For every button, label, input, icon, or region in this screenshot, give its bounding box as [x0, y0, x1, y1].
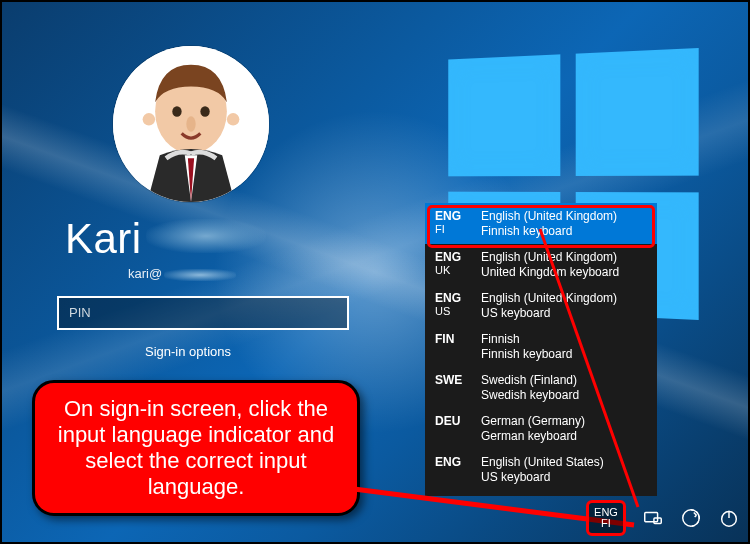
redaction-smudge — [146, 219, 266, 253]
ease-of-access-icon[interactable] — [680, 507, 702, 529]
svg-point-2 — [172, 106, 181, 117]
user-email: kari@ — [128, 266, 236, 281]
language-indicator-sub: FI — [601, 518, 611, 529]
pin-input[interactable]: PIN — [57, 296, 349, 330]
user-name-text: Kari — [65, 215, 142, 262]
signin-options-link[interactable]: Sign-in options — [145, 344, 231, 359]
language-menu-item[interactable]: ENG English (United States)US keyboard — [425, 449, 657, 490]
avatar — [113, 46, 269, 202]
network-icon[interactable] — [642, 507, 664, 529]
language-menu-item[interactable]: SWE Swedish (Finland)Swedish keyboard — [425, 367, 657, 408]
svg-point-4 — [186, 116, 195, 132]
language-menu-item[interactable]: ENGFI English (United Kingdom)Finnish ke… — [425, 203, 657, 244]
language-menu-item[interactable]: FIN FinnishFinnish keyboard — [425, 326, 657, 367]
svg-point-5 — [143, 113, 155, 125]
lock-screen: Kari kari@ PIN Sign-in options ENGFI Eng… — [0, 0, 750, 544]
pin-placeholder: PIN — [69, 305, 91, 320]
user-display-name: Kari — [65, 215, 266, 263]
annotation-text: On sign-in screen, click the input langu… — [49, 396, 343, 500]
language-menu-item[interactable]: ENGUS English (United Kingdom)US keyboar… — [425, 285, 657, 326]
user-email-prefix: kari@ — [128, 266, 162, 281]
annotation-callout: On sign-in screen, click the input langu… — [32, 380, 360, 516]
language-menu-item[interactable]: ENGUK English (United Kingdom)United Kin… — [425, 244, 657, 285]
power-icon[interactable] — [718, 507, 740, 529]
svg-rect-9 — [645, 513, 658, 522]
redaction-smudge — [164, 269, 236, 281]
svg-point-6 — [227, 113, 239, 125]
svg-point-3 — [200, 106, 209, 117]
language-menu: ENGFI English (United Kingdom)Finnish ke… — [425, 203, 657, 496]
system-tray: ENG FI — [586, 500, 740, 536]
language-menu-item[interactable]: DEU German (Germany)German keyboard — [425, 408, 657, 449]
language-indicator[interactable]: ENG FI — [586, 500, 626, 536]
